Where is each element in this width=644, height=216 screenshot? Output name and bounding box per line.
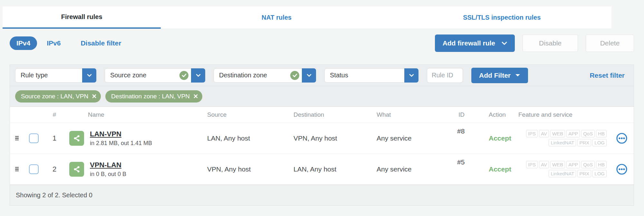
- dropdown-chevron-button[interactable]: [404, 68, 418, 83]
- source-zone-dropdown-label: Source zone: [105, 72, 179, 79]
- drag-handle-icon[interactable]: [15, 136, 19, 141]
- cell-feature-and-service: IPS AV WEB APP QoS HB LinkedNAT PRX LOG: [514, 130, 610, 146]
- add-filter-label: Add Filter: [479, 72, 511, 79]
- rule-name-link[interactable]: LAN-VPN: [90, 130, 152, 138]
- header-destination: Destination: [290, 111, 373, 118]
- chevron-down-icon: [515, 74, 520, 77]
- feature-badge: HB: [596, 130, 607, 137]
- ipv4-toggle[interactable]: IPv4: [10, 36, 37, 50]
- cell-source: VPN, Any host: [203, 165, 290, 173]
- rule-type-dropdown-label: Rule type: [15, 72, 82, 79]
- cell-id: #5: [453, 154, 482, 166]
- destination-zone-dropdown[interactable]: Destination zone: [214, 68, 316, 83]
- status-dropdown-label: Status: [325, 72, 404, 79]
- rule-traffic: in 0 B, out 0 B: [90, 171, 126, 178]
- header-source: Source: [203, 111, 290, 118]
- cell-feature-and-service: IPS AV WEB APP QoS HB LinkedNAT PRX LOG: [514, 161, 610, 177]
- check-circle-icon: [290, 71, 299, 80]
- feature-badge: APP: [566, 130, 580, 137]
- row-number: 1: [44, 134, 65, 142]
- filter-chip-source-zone: Source zone : LAN, VPN: [15, 90, 101, 103]
- filter-row: Rule type Source zone Destination zone: [10, 65, 634, 86]
- share-icon[interactable]: [69, 162, 84, 177]
- feature-badge: QoS: [581, 161, 595, 168]
- feature-badge: LOG: [592, 170, 607, 177]
- close-icon[interactable]: [92, 94, 96, 98]
- feature-badge: PRX: [577, 170, 591, 177]
- feature-badge: AV: [539, 161, 549, 168]
- cell-what: Any service: [373, 165, 453, 173]
- rule-name-link[interactable]: VPN-LAN: [90, 161, 126, 169]
- table-header-row: # Name Source Destination What ID Action…: [10, 107, 634, 123]
- disable-button[interactable]: Disable: [523, 34, 578, 52]
- ipv6-toggle[interactable]: IPv6: [47, 39, 61, 47]
- row-menu-button[interactable]: [610, 133, 634, 144]
- feature-badge: AV: [539, 130, 549, 137]
- drag-handle-icon[interactable]: [15, 167, 19, 172]
- row-checkbox[interactable]: [29, 133, 39, 143]
- tab-nat-rules[interactable]: NAT rules: [161, 6, 392, 29]
- rule-type-dropdown[interactable]: Rule type: [15, 68, 96, 83]
- tab-firewall-rules[interactable]: Firewall rules: [3, 6, 161, 29]
- tab-ssl-tls-inspection-rules[interactable]: SSL/TLS inspection rules: [392, 6, 611, 29]
- feature-badge: WEB: [550, 130, 565, 137]
- feature-badge: HB: [596, 161, 607, 168]
- rule-id-input[interactable]: [427, 68, 463, 83]
- tab-bar: Firewall rules NAT rules SSL/TLS inspect…: [3, 6, 611, 29]
- row-number: 2: [44, 165, 65, 173]
- dropdown-chevron-button[interactable]: [302, 68, 316, 83]
- close-icon[interactable]: [194, 94, 198, 98]
- table-row: 1 LAN-VPN in 2.81 MB, out 1.41 MB LAN, A…: [10, 123, 634, 154]
- feature-badge: LOG: [592, 139, 607, 146]
- feature-badge: LinkedNAT: [549, 170, 576, 177]
- destination-zone-dropdown-label: Destination zone: [214, 72, 290, 79]
- feature-badge: WEB: [550, 161, 565, 168]
- toolbar: IPv4 IPv6 Disable filter Add firewall ru…: [10, 33, 634, 54]
- cell-destination: LAN, Any host: [290, 165, 373, 173]
- dropdown-chevron-button[interactable]: [82, 68, 96, 83]
- share-icon[interactable]: [69, 131, 84, 146]
- ellipsis-icon: [616, 163, 628, 175]
- delete-button[interactable]: Delete: [586, 34, 634, 52]
- add-firewall-rule-label: Add firewall rule: [443, 39, 495, 47]
- reset-filter-link[interactable]: Reset filter: [590, 72, 625, 79]
- ellipsis-icon: [616, 133, 628, 144]
- header-number: #: [44, 111, 65, 118]
- feature-badge: IPS: [526, 161, 538, 168]
- header-id: ID: [453, 111, 482, 118]
- feature-badge: LinkedNAT: [549, 139, 576, 146]
- chevron-down-icon: [502, 42, 507, 45]
- feature-badge: APP: [566, 161, 580, 168]
- dropdown-chevron-button[interactable]: [191, 68, 205, 83]
- cell-what: Any service: [373, 134, 453, 142]
- filter-chip-destination-zone: Destination zone : LAN, VPN: [105, 90, 202, 103]
- feature-badge: PRX: [577, 139, 591, 146]
- filter-chip-label: Source zone : LAN, VPN: [21, 93, 88, 100]
- header-what: What: [373, 111, 453, 118]
- add-filter-button[interactable]: Add Filter: [471, 68, 528, 83]
- table-footer: Showing 2 of 2. Selected 0: [10, 185, 634, 205]
- feature-badge: IPS: [526, 130, 538, 137]
- header-name: Name: [65, 111, 203, 118]
- footer-summary: Showing 2 of 2. Selected 0: [16, 191, 92, 199]
- cell-action: Accept: [482, 165, 514, 173]
- source-zone-dropdown[interactable]: Source zone: [105, 68, 205, 83]
- firewall-rules-panel: Rule type Source zone Destination zone: [10, 64, 634, 206]
- header-action: Action: [482, 111, 514, 118]
- add-firewall-rule-button[interactable]: Add firewall rule: [435, 34, 515, 52]
- active-filter-chips: Source zone : LAN, VPN Destination zone …: [10, 86, 634, 107]
- header-feature-and-service: Feature and service: [514, 111, 610, 118]
- disable-filter-link[interactable]: Disable filter: [81, 39, 121, 47]
- cell-destination: VPN, Any host: [290, 134, 373, 142]
- cell-source: LAN, Any host: [203, 134, 290, 142]
- cell-id: #8: [453, 123, 482, 135]
- cell-action: Accept: [482, 134, 514, 142]
- row-checkbox[interactable]: [29, 164, 39, 174]
- feature-badge: QoS: [581, 130, 595, 137]
- rule-traffic: in 2.81 MB, out 1.41 MB: [90, 140, 152, 147]
- filter-chip-label: Destination zone : LAN, VPN: [111, 93, 190, 100]
- check-circle-icon: [179, 71, 188, 80]
- status-dropdown[interactable]: Status: [324, 68, 418, 83]
- row-menu-button[interactable]: [610, 163, 634, 175]
- table-row: 2 VPN-LAN in 0 B, out 0 B VPN, Any host …: [10, 154, 634, 185]
